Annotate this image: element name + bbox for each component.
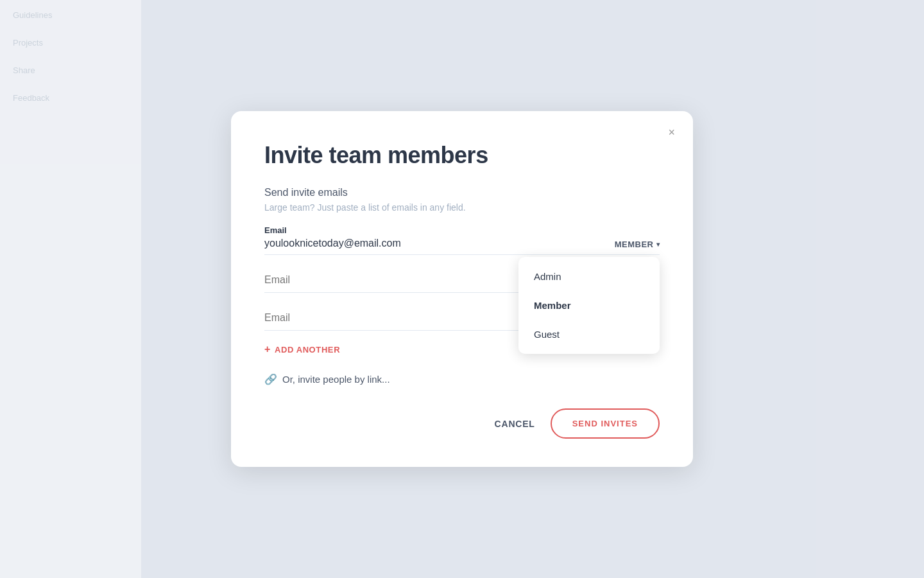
invite-modal: × Invite team members Send invite emails… xyxy=(231,111,693,467)
send-invites-button[interactable]: SEND INVITES xyxy=(551,408,660,439)
role-dropdown-menu: Admin Member Guest xyxy=(518,257,660,354)
add-another-label: ADD ANOTHER xyxy=(275,345,340,355)
dropdown-item-member[interactable]: Member xyxy=(518,291,660,320)
modal-footer: CANCEL SEND INVITES xyxy=(264,408,660,439)
section-hint: Large team? Just paste a list of emails … xyxy=(264,202,660,213)
section-label: Send invite emails xyxy=(264,187,660,198)
cancel-button[interactable]: CANCEL xyxy=(495,419,535,429)
invite-link-row[interactable]: 🔗 Or, invite people by link... xyxy=(264,373,660,385)
first-email-field-wrap: Email xyxy=(264,225,604,249)
close-button[interactable]: × xyxy=(665,124,678,141)
dropdown-item-guest[interactable]: Guest xyxy=(518,320,660,349)
invite-link-label: Or, invite people by link... xyxy=(282,374,390,385)
first-email-row: Email MEMBER ▾ Admin Member Guest xyxy=(264,225,660,255)
chevron-down-icon: ▾ xyxy=(656,241,660,248)
first-email-label: Email xyxy=(264,225,604,235)
role-selector[interactable]: MEMBER ▾ xyxy=(604,240,660,249)
modal-title: Invite team members xyxy=(264,142,660,169)
dropdown-item-admin[interactable]: Admin xyxy=(518,262,660,291)
modal-backdrop: × Invite team members Send invite emails… xyxy=(0,0,924,578)
link-icon: 🔗 xyxy=(264,373,277,385)
role-label: MEMBER xyxy=(615,240,654,249)
plus-icon: + xyxy=(264,344,271,355)
first-email-input[interactable] xyxy=(264,238,604,249)
